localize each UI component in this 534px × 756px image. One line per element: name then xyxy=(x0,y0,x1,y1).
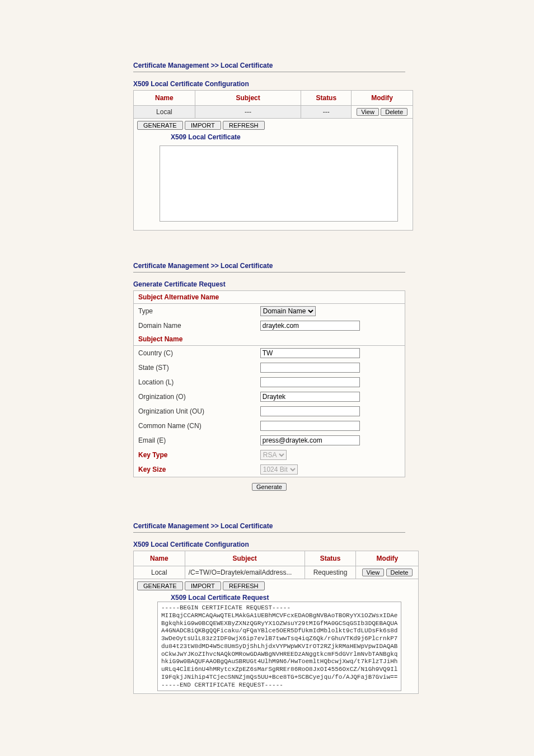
generate-button[interactable]: GENERATE xyxy=(137,581,183,590)
dn-input[interactable] xyxy=(260,321,360,331)
request-title: X509 Local Certificate Request xyxy=(171,594,415,602)
breadcrumb: Certificate Management >> Local Certific… xyxy=(133,62,405,69)
cell-name: Local xyxy=(134,566,185,579)
email-input[interactable] xyxy=(260,435,360,445)
form-title: Generate Certificate Request xyxy=(133,280,405,288)
section-title-config: X509 Local Certificate Configuration xyxy=(133,541,405,548)
action-row: GENERATE IMPORT REFRESH X509 Local Certi… xyxy=(134,579,419,694)
import-button[interactable]: IMPORT xyxy=(185,121,221,130)
cert-table-req: Name Subject Status Modify Local /C=TW/O… xyxy=(133,551,419,694)
col-modify: Modify xyxy=(352,91,413,106)
cell-name: Local xyxy=(134,106,195,119)
col-modify: Modify xyxy=(356,551,419,566)
keysize-select: 1024 Bit xyxy=(260,464,298,475)
type-select[interactable]: Domain Name xyxy=(260,306,316,316)
state-label: State (ST) xyxy=(134,360,256,375)
san-title: Subject Alternative Name xyxy=(134,291,405,304)
dn-label: Domain Name xyxy=(134,318,256,333)
col-status: Status xyxy=(301,91,352,106)
keytype-select: RSA xyxy=(260,450,287,460)
local-cert-title: X509 Local Certificate xyxy=(171,133,409,141)
cn-label: Common Name (CN) xyxy=(134,419,256,433)
cell-modify: View Delete xyxy=(356,566,419,579)
divider xyxy=(133,72,405,72)
ou-input[interactable] xyxy=(260,406,360,416)
country-input[interactable] xyxy=(260,348,360,358)
email-label: Email (E) xyxy=(134,433,256,448)
cert-textarea[interactable] xyxy=(160,145,398,222)
col-status: Status xyxy=(305,551,356,566)
request-scrollbox[interactable]: -----BEGIN CERTIFICATE REQUEST----- MIIB… xyxy=(157,602,401,691)
view-button[interactable]: View xyxy=(362,569,385,576)
action-row: GENERATE IMPORT REFRESH X509 Local Certi… xyxy=(134,119,413,231)
cell-status: Requesting xyxy=(305,566,356,579)
divider xyxy=(133,532,405,533)
delete-button[interactable]: Delete xyxy=(386,569,413,576)
breadcrumb: Certificate Management >> Local Certific… xyxy=(133,262,405,270)
ou-label: Orginization Unit (OU) xyxy=(134,404,256,419)
country-label: Country (C) xyxy=(134,346,256,361)
breadcrumb: Certificate Management >> Local Certific… xyxy=(133,522,405,530)
generate-button[interactable]: GENERATE xyxy=(137,121,183,130)
refresh-button[interactable]: REFRESH xyxy=(223,121,265,130)
loc-label: Location (L) xyxy=(134,375,256,389)
delete-button[interactable]: Delete xyxy=(381,108,407,116)
table-row: Local /C=TW/O=Draytek/emailAddress... Re… xyxy=(134,566,419,579)
cell-subject: --- xyxy=(195,106,301,119)
cell-modify: View Delete xyxy=(352,106,413,119)
keysize-label: Key Size xyxy=(134,462,256,477)
request-text: -----BEGIN CERTIFICATE REQUEST----- MIIB… xyxy=(161,604,397,689)
cell-subject: /C=TW/O=Draytek/emailAddress... xyxy=(185,566,305,579)
generate-form: Subject Alternative Name Type Domain Nam… xyxy=(133,290,405,477)
keytype-label: Key Type xyxy=(134,448,256,462)
sn-title: Subject Name xyxy=(134,333,405,346)
table-row: Local --- --- View Delete xyxy=(134,106,413,119)
cert-table: Name Subject Status Modify Local --- ---… xyxy=(133,90,413,231)
type-label: Type xyxy=(134,304,256,319)
refresh-button[interactable]: REFRESH xyxy=(223,581,265,590)
state-input[interactable] xyxy=(260,363,360,373)
col-subject: Subject xyxy=(195,91,301,106)
col-name: Name xyxy=(134,91,195,106)
view-button[interactable]: View xyxy=(357,108,379,116)
divider xyxy=(133,272,405,273)
import-button[interactable]: IMPORT xyxy=(185,581,221,590)
loc-input[interactable] xyxy=(260,377,360,387)
org-label: Orginization (O) xyxy=(134,389,256,404)
cell-status: --- xyxy=(301,106,352,119)
col-name: Name xyxy=(134,551,185,566)
generate-button[interactable]: Generate xyxy=(252,483,287,491)
section-title-config: X509 Local Certificate Configuration xyxy=(133,80,405,88)
cn-input[interactable] xyxy=(260,421,360,431)
col-subject: Subject xyxy=(185,551,305,566)
org-input[interactable] xyxy=(260,392,360,402)
